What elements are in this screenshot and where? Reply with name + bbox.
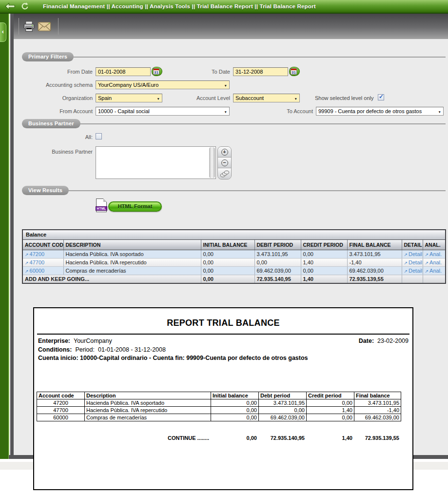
report-header-row: Account code Description Initial balance…	[37, 392, 401, 399]
chevron-down-icon: ▼	[224, 84, 227, 87]
detail-link[interactable]: ↗Detail	[404, 259, 423, 265]
back-arrow-icon[interactable]	[5, 1, 16, 11]
col-credit-period: CREDIT PERIOD	[301, 240, 347, 250]
show-selected-level-label: Show selected level only	[315, 94, 376, 102]
from-date-label: From Date	[28, 67, 93, 76]
toolbar-separator	[58, 18, 58, 35]
fieldset-line	[22, 190, 446, 191]
anal-link[interactable]: ↗Anal.	[425, 251, 442, 257]
table-row: ↗60000 Compras de mercaderías 0,00 69.46…	[23, 267, 445, 275]
all-label: All:	[28, 133, 93, 141]
account-code-link[interactable]: ↗47700	[25, 259, 44, 265]
chevron-left-icon: ‹	[2, 28, 4, 35]
grid-footer-row: ADD AND KEEP GOING... 0,00 72.935.140,95…	[23, 275, 445, 283]
coins-icon	[220, 170, 230, 178]
link-arrow-icon: ↗	[425, 260, 429, 265]
printer-icon	[22, 20, 36, 33]
calendar-day: 31	[291, 70, 296, 75]
col-anal: ANAL.	[423, 240, 445, 250]
from-date-input[interactable]	[96, 67, 151, 76]
plus-icon: +	[221, 149, 228, 156]
all-checkbox[interactable]	[96, 133, 102, 139]
chevron-down-icon: ▼	[438, 110, 441, 114]
link-arrow-icon: ↗	[25, 252, 29, 257]
fieldset-line	[22, 57, 446, 58]
grid-header-row: ACCOUNT CODE DESCRIPTION INITIAL BALANCE…	[23, 240, 445, 250]
accounting-schema-select[interactable]: YourCompany US/A/Euro ▼	[96, 80, 230, 89]
account-level-label: Account Level	[166, 94, 230, 102]
refresh-icon[interactable]	[19, 1, 30, 11]
check-icon: ✓	[379, 93, 384, 100]
chevron-down-icon: ▼	[294, 97, 297, 100]
fieldset-line	[22, 123, 446, 124]
period-value: 01-01-2008 - 31-12-2008	[98, 346, 166, 353]
col-description: DESCRIPTION	[63, 240, 201, 250]
business-partner-buttons: + −	[217, 146, 232, 179]
to-date-input[interactable]	[233, 67, 288, 76]
to-date-label: To Date	[166, 67, 230, 76]
anal-link[interactable]: ↗Anal.	[425, 259, 442, 265]
minus-icon: −	[221, 159, 228, 166]
remove-partner-button[interactable]: −	[218, 158, 231, 168]
to-account-label: To Account	[249, 107, 313, 116]
report-rule	[37, 334, 409, 335]
calendar-day: 31	[154, 70, 159, 75]
report-table: Account code Description Initial balance…	[37, 392, 401, 421]
report-row: 47700 Hacienda Pública. IVA repercutido …	[37, 407, 401, 414]
enterprise-label: Enterprise:	[38, 337, 70, 344]
to-account-select[interactable]: 99909 - Cuenta por defecto de otros gast…	[316, 107, 444, 116]
window-frame-left	[10, 14, 14, 459]
table-row: ↗47200 Hacienda Pública. IVA soportado 0…	[23, 250, 445, 258]
report-preview: REPORT TRIAL BALANCE Enterprise: YourCom…	[33, 307, 413, 490]
account-code-link[interactable]: ↗47200	[25, 251, 44, 257]
calendar-icon[interactable]: 31	[152, 67, 162, 76]
account-level-select[interactable]: Subaccount ▼	[233, 94, 300, 102]
detail-link[interactable]: ↗Detail	[404, 268, 423, 274]
balance-grid: Balance ACCOUNT CODE DESCRIPTION INITIAL…	[22, 229, 446, 284]
chevron-down-icon: ▼	[224, 110, 227, 114]
col-initial-balance: INITIAL BALANCE	[201, 240, 254, 250]
date-label: Date:	[359, 337, 374, 344]
enterprise-value: YourCompany	[74, 337, 112, 344]
account-code-link[interactable]: ↗60000	[25, 268, 44, 274]
business-partner-label: Business Partner	[28, 147, 93, 156]
from-account-select[interactable]: 10000 - Capital social ▼	[96, 107, 230, 116]
sidebar-strip	[0, 14, 9, 459]
anal-link[interactable]: ↗Anal.	[425, 268, 442, 274]
order-partner-button[interactable]	[218, 168, 231, 179]
continue-label: CONTINUE ........	[84, 434, 211, 441]
from-account-label: From Account	[28, 107, 93, 116]
html-format-button[interactable]: HTML Format	[108, 201, 162, 212]
footer-label: ADD AND KEEP GOING...	[23, 275, 201, 283]
calendar-icon[interactable]: 31	[289, 67, 300, 76]
view-results-section-title: View Results	[22, 186, 69, 195]
chevron-down-icon: ▼	[157, 97, 160, 100]
report-account-range: Cuenta inicio: 10000-Capital ordinario -…	[38, 355, 409, 361]
report-conditions-line: Conditions: Period: 01-01-2008 - 31-12-2…	[38, 346, 409, 353]
link-arrow-icon: ↗	[425, 252, 429, 257]
col-account-code: ACCOUNT CODE	[23, 240, 63, 250]
breadcrumb: Financial Management || Accounting || An…	[43, 3, 316, 9]
add-partner-button[interactable]: +	[218, 147, 231, 158]
toolbar-separator	[19, 18, 19, 35]
toolbar	[14, 14, 448, 39]
email-button[interactable]	[37, 18, 52, 35]
show-selected-level-checkbox[interactable]: ✓	[378, 94, 384, 100]
date-value: 23-02-2009	[377, 337, 409, 344]
period-label: Period:	[75, 346, 95, 353]
listbox-scrollbar[interactable]	[209, 147, 215, 178]
link-arrow-icon: ↗	[25, 269, 29, 274]
report-row: 47200 Hacienda Pública. IVA soportado 0,…	[37, 399, 401, 407]
print-button[interactable]	[21, 18, 37, 35]
detail-link[interactable]: ↗Detail	[404, 251, 423, 257]
col-final-balance: FINAL BALANCE	[347, 240, 402, 250]
col-detail: DETAIL	[402, 240, 423, 250]
primary-filters-section-title: Primary Filters	[22, 52, 74, 61]
link-arrow-icon: ↗	[404, 260, 408, 265]
col-debit-period: DEBIT PERIOD	[254, 240, 301, 250]
sidebar-collapse-tab[interactable]: ‹	[0, 22, 6, 42]
link-arrow-icon: ↗	[404, 252, 408, 257]
business-partner-listbox[interactable]	[96, 146, 216, 179]
organization-select[interactable]: Spain ▼	[96, 94, 162, 102]
grid-title: Balance	[23, 230, 445, 240]
